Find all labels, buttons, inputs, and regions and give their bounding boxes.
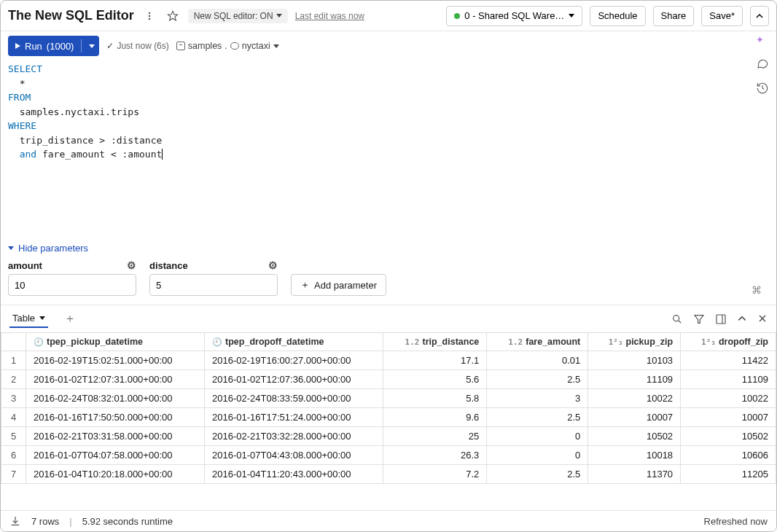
cell: 2016-01-04T10:20:18.000+00:00 <box>26 465 205 484</box>
table-row[interactable]: 32016-02-24T08:32:01.000+00:002016-02-24… <box>1 389 776 408</box>
schedule-button[interactable]: Schedule <box>590 6 645 26</box>
cell: 0 <box>487 446 588 465</box>
layout-icon[interactable] <box>715 313 727 325</box>
cell: 2016-02-21T03:31:58.000+00:00 <box>26 427 205 446</box>
cell: 2016-01-02T12:07:36.000+00:00 <box>205 370 383 389</box>
sql-editor[interactable]: SELECT * FROM samples.nyctaxi.trips WHER… <box>1 60 776 243</box>
gear-icon[interactable]: ⚙ <box>268 259 278 271</box>
add-tab-button[interactable]: ＋ <box>60 310 80 328</box>
results-table[interactable]: 🕘tpep_pickup_datetime 🕘tpep_dropoff_date… <box>1 332 776 484</box>
cell: 11422 <box>681 351 776 370</box>
table-row[interactable]: 72016-01-04T10:20:18.000+00:002016-01-04… <box>1 465 776 484</box>
chevron-down-icon <box>273 44 279 48</box>
editor-toggle-label: New SQL editor: ON <box>194 11 273 21</box>
refreshed-status: Refreshed now <box>704 516 768 527</box>
cell: 7.2 <box>383 465 487 484</box>
cell: 5.6 <box>383 370 487 389</box>
cell: 10606 <box>681 446 776 465</box>
cell: 17.1 <box>383 351 487 370</box>
save-button[interactable]: Save* <box>701 6 743 26</box>
cell-index: 4 <box>1 408 26 427</box>
filter-icon[interactable] <box>693 313 705 325</box>
cell: 10502 <box>681 427 776 446</box>
last-edit-link[interactable]: Last edit was now <box>295 11 364 21</box>
table-row[interactable]: 52016-02-21T03:31:58.000+00:002016-02-21… <box>1 427 776 446</box>
cell: 10502 <box>588 427 681 446</box>
editor-toggle[interactable]: New SQL editor: ON <box>188 9 288 23</box>
status-dot-icon <box>454 13 460 19</box>
cell: 2016-02-21T03:32:28.000+00:00 <box>205 427 383 446</box>
cell: 10007 <box>588 408 681 427</box>
param-input-distance[interactable] <box>149 274 278 296</box>
gear-icon[interactable]: ⚙ <box>127 259 136 271</box>
decimal-type-icon: 1.2 <box>508 337 523 347</box>
cell: 9.6 <box>383 408 487 427</box>
cell-index: 6 <box>1 446 26 465</box>
sparkle-icon[interactable]: ✦ <box>756 34 769 45</box>
cell: 2016-02-19T16:00:27.000+00:00 <box>205 351 383 370</box>
run-button[interactable]: Run (1000) <box>8 36 99 56</box>
col-fare-amount[interactable]: 1.2fare_amount <box>487 333 588 351</box>
share-button[interactable]: Share <box>653 6 695 26</box>
col-pickup-zip[interactable]: 1²₃pickup_zip <box>588 333 681 351</box>
cell: 2016-02-24T08:33:59.000+00:00 <box>205 389 383 408</box>
cell: 2.5 <box>487 465 588 484</box>
search-icon[interactable] <box>671 313 683 325</box>
int-type-icon: 1²₃ <box>609 337 623 347</box>
int-type-icon: 1²₃ <box>701 337 716 347</box>
cell: 2016-01-07T04:07:58.000+00:00 <box>26 446 205 465</box>
svg-point-0 <box>148 12 149 13</box>
col-trip-distance[interactable]: 1.2trip_distance <box>383 333 487 351</box>
cell: 10103 <box>588 351 681 370</box>
collapse-results-icon[interactable] <box>737 313 747 325</box>
cell: 11370 <box>588 465 681 484</box>
plus-icon: ＋ <box>300 278 310 292</box>
warehouse-selector[interactable]: 0 - Shared SQL Ware… <box>446 6 582 26</box>
play-icon <box>15 43 20 49</box>
dataset-icon <box>230 42 239 50</box>
datetime-type-icon: 🕘 <box>212 337 222 347</box>
svg-marker-3 <box>168 11 177 20</box>
run-count: (1000) <box>47 41 74 52</box>
table-row[interactable]: 12016-02-19T15:02:51.000+00:002016-02-19… <box>1 351 776 370</box>
cell: 0 <box>487 427 588 446</box>
cell: 2016-01-02T12:07:31.000+00:00 <box>26 370 205 389</box>
hide-parameters-toggle[interactable]: Hide parameters <box>1 243 776 259</box>
svg-rect-7 <box>717 315 725 324</box>
row-count: 7 rows <box>31 516 59 527</box>
cell: 11109 <box>681 370 776 389</box>
collapse-button[interactable] <box>750 6 769 26</box>
results-tab-table[interactable]: Table <box>9 310 48 328</box>
cell: 2.5 <box>487 408 588 427</box>
catalog-path[interactable]: samples . nyctaxi <box>176 41 279 51</box>
cell: 2016-01-04T11:20:43.000+00:00 <box>205 465 383 484</box>
param-label-amount: amount <box>8 260 42 271</box>
more-menu-icon[interactable] <box>141 8 157 24</box>
chevron-down-icon <box>39 316 45 320</box>
col-pickup-dt[interactable]: 🕘tpep_pickup_datetime <box>26 333 205 351</box>
cell-index: 7 <box>1 465 26 484</box>
keyboard-shortcut-icon[interactable]: ⌘ <box>751 284 769 296</box>
svg-line-5 <box>679 321 681 323</box>
download-icon[interactable] <box>9 515 21 527</box>
cell-index: 2 <box>1 370 26 389</box>
svg-point-2 <box>148 17 149 19</box>
add-parameter-button[interactable]: ＋ Add parameter <box>291 274 386 296</box>
cell: 10022 <box>681 389 776 408</box>
cell-index: 5 <box>1 427 26 446</box>
chevron-down-icon <box>8 246 14 250</box>
table-row[interactable]: 22016-01-02T12:07:31.000+00:002016-01-02… <box>1 370 776 389</box>
col-dropoff-dt[interactable]: 🕘tpep_dropoff_datetime <box>205 333 383 351</box>
col-dropoff-zip[interactable]: 1²₃dropoff_zip <box>681 333 776 351</box>
table-row[interactable]: 62016-01-07T04:07:58.000+00:002016-01-07… <box>1 446 776 465</box>
cell: 11109 <box>588 370 681 389</box>
check-icon: ✓ <box>106 41 114 51</box>
star-icon[interactable] <box>165 8 181 24</box>
decimal-type-icon: 1.2 <box>405 337 420 347</box>
cell: 5.8 <box>383 389 487 408</box>
param-input-amount[interactable] <box>8 274 136 296</box>
database-icon <box>176 42 185 50</box>
run-status: ✓ Just now (6s) <box>106 41 168 51</box>
close-icon[interactable] <box>757 313 768 325</box>
table-row[interactable]: 42016-01-16T17:50:50.000+00:002016-01-16… <box>1 408 776 427</box>
